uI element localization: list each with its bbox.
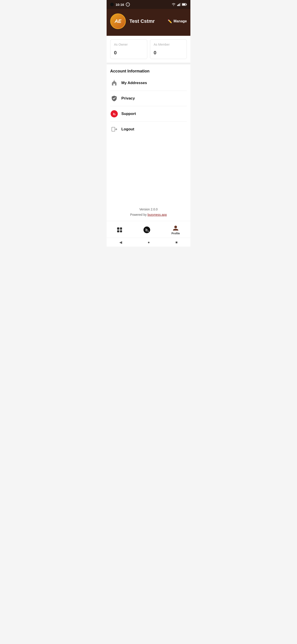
wifi-icon bbox=[172, 3, 176, 6]
support-icon: b bbox=[110, 110, 118, 118]
owner-label: As Owner bbox=[114, 43, 143, 46]
member-value: 0 bbox=[154, 50, 183, 56]
account-section-title: Account Information bbox=[110, 69, 187, 74]
svg-rect-6 bbox=[182, 4, 186, 5]
svg-rect-8 bbox=[113, 84, 115, 86]
svg-rect-3 bbox=[179, 4, 180, 6]
svg-point-0 bbox=[173, 5, 174, 6]
nav-chat-item[interactable]: b bbox=[139, 226, 155, 234]
status-bar: 10:16 ! bbox=[107, 0, 190, 9]
nav-profile-label: Profile bbox=[171, 232, 180, 235]
nav-profile-item[interactable]: Profile bbox=[167, 224, 184, 236]
account-section: Account Information My Addresses Privacy bbox=[107, 64, 190, 154]
version-text: Version 2.0.0 bbox=[110, 208, 187, 211]
manage-button[interactable]: ✏️ Manage bbox=[168, 19, 187, 24]
stats-container: As Owner 0 As Member 0 bbox=[107, 36, 190, 62]
android-home-button[interactable]: ● bbox=[148, 240, 150, 244]
android-recent-button[interactable]: ■ bbox=[175, 240, 178, 244]
svg-rect-4 bbox=[180, 3, 181, 6]
privacy-item[interactable]: Privacy bbox=[110, 91, 187, 106]
logout-label: Logout bbox=[121, 127, 134, 132]
android-nav: ◀ ● ■ bbox=[107, 238, 190, 247]
powered-text: Powered by busyness.app bbox=[110, 213, 187, 216]
avatar: AE bbox=[110, 14, 126, 29]
support-item[interactable]: b Support bbox=[110, 106, 187, 122]
owner-stat-card[interactable]: As Owner 0 bbox=[110, 39, 147, 59]
status-right bbox=[172, 3, 187, 6]
svg-rect-14 bbox=[112, 128, 115, 131]
svg-rect-1 bbox=[177, 5, 178, 6]
shield-icon bbox=[110, 94, 118, 102]
status-dot bbox=[110, 3, 114, 6]
user-name: Test Cstmr bbox=[129, 18, 164, 24]
bottom-nav: b Profile bbox=[107, 221, 190, 238]
owner-value: 0 bbox=[114, 50, 143, 56]
b-chat-nav-icon: b bbox=[143, 226, 150, 234]
header: AE Test Cstmr ✏️ Manage bbox=[107, 9, 190, 36]
house-icon bbox=[110, 79, 118, 87]
profile-nav-icon bbox=[173, 225, 179, 231]
my-addresses-label: My Addresses bbox=[121, 81, 147, 85]
powered-by-label: Powered by bbox=[130, 213, 147, 216]
member-stat-card[interactable]: As Member 0 bbox=[150, 39, 187, 59]
svg-point-20 bbox=[174, 226, 177, 228]
spacer bbox=[107, 154, 190, 198]
privacy-label: Privacy bbox=[121, 96, 135, 100]
grid-icon bbox=[117, 228, 122, 232]
svg-point-19 bbox=[148, 231, 148, 232]
signal-icon bbox=[177, 3, 181, 6]
svg-rect-2 bbox=[178, 4, 179, 6]
status-time: 10:16 bbox=[116, 3, 124, 6]
logout-item[interactable]: Logout bbox=[110, 122, 187, 137]
footer: Version 2.0.0 Powered by busyness.app bbox=[107, 198, 190, 221]
battery-icon bbox=[182, 3, 187, 6]
svg-rect-7 bbox=[186, 4, 187, 5]
notification-icon: ! bbox=[126, 2, 130, 6]
svg-point-12 bbox=[114, 114, 115, 115]
android-back-button[interactable]: ◀ bbox=[119, 240, 122, 244]
nav-home-item[interactable] bbox=[113, 226, 126, 233]
member-label: As Member bbox=[154, 43, 183, 46]
status-left: 10:16 ! bbox=[110, 2, 130, 6]
my-addresses-item[interactable]: My Addresses bbox=[110, 75, 187, 91]
logout-icon bbox=[110, 125, 118, 133]
support-label: Support bbox=[121, 112, 136, 116]
pencil-icon: ✏️ bbox=[168, 19, 172, 24]
manage-label: Manage bbox=[173, 19, 187, 23]
powered-by-link[interactable]: busyness.app bbox=[147, 213, 167, 216]
section-divider bbox=[107, 62, 190, 64]
avatar-initials: AE bbox=[115, 18, 122, 24]
